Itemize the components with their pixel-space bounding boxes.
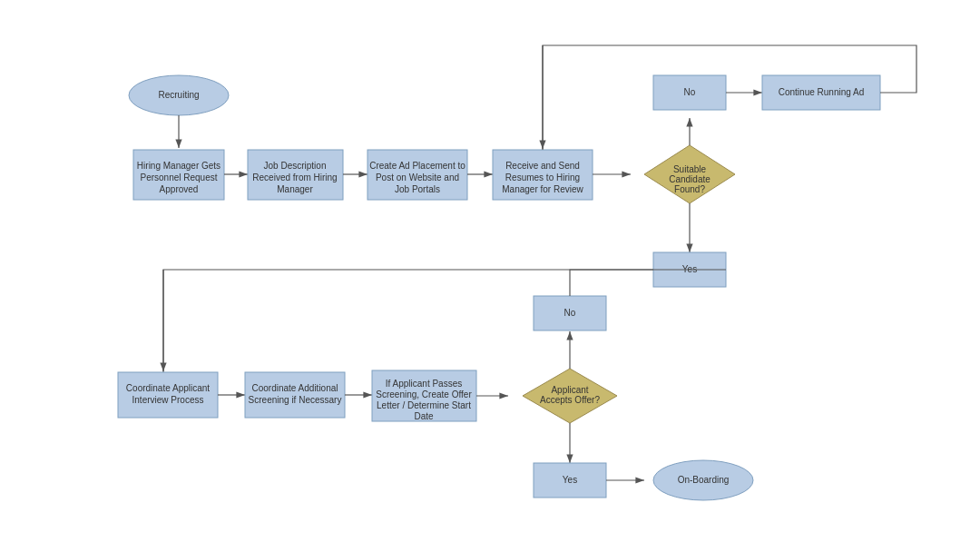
receive-send-label: Receive and Send xyxy=(505,161,580,171)
svg-text:Manager: Manager xyxy=(277,184,313,194)
continue-ad-label: Continue Running Ad xyxy=(779,87,865,97)
yes-bottom-label: Yes xyxy=(563,475,577,485)
coordinate-interview-label: Coordinate Applicant xyxy=(126,383,211,393)
recruiting-label: Recruiting xyxy=(158,90,199,100)
svg-text:Received from Hiring: Received from Hiring xyxy=(252,172,337,182)
applicant-accepts-label: Applicant xyxy=(551,385,588,395)
svg-text:Screening if Necessary: Screening if Necessary xyxy=(249,395,342,405)
hiring-manager-label: Hiring Manager Gets xyxy=(137,161,220,171)
no-top-label: No xyxy=(684,87,696,97)
svg-text:Candidate: Candidate xyxy=(669,174,710,184)
coordinate-screening-label: Coordinate Additional xyxy=(251,383,338,393)
svg-text:Screening, Create Offer: Screening, Create Offer xyxy=(376,389,472,399)
create-ad-label: Create Ad Placement to xyxy=(369,161,466,171)
svg-text:Manager for Review: Manager for Review xyxy=(502,184,583,194)
svg-text:Approved: Approved xyxy=(160,184,199,194)
job-description-label: Job Description xyxy=(264,161,327,171)
svg-text:Date: Date xyxy=(414,411,434,421)
no-middle-label: No xyxy=(564,308,576,318)
onboarding-label: On-Boarding xyxy=(678,475,730,485)
suitable-candidate-label: Suitable xyxy=(673,164,707,174)
yes-top-label: Yes xyxy=(682,264,697,274)
svg-text:Resumes to Hiring: Resumes to Hiring xyxy=(505,172,580,182)
if-applicant-label: If Applicant Passes xyxy=(386,379,463,389)
svg-text:Post on Website and: Post on Website and xyxy=(376,172,459,182)
svg-text:Job Portals: Job Portals xyxy=(395,184,440,194)
svg-text:Personnel Request: Personnel Request xyxy=(140,172,217,182)
svg-text:Interview Process: Interview Process xyxy=(132,395,204,405)
svg-text:Found?: Found? xyxy=(674,184,705,194)
svg-text:Letter / Determine Start: Letter / Determine Start xyxy=(377,400,471,410)
svg-text:Accepts Offer?: Accepts Offer? xyxy=(540,395,600,405)
